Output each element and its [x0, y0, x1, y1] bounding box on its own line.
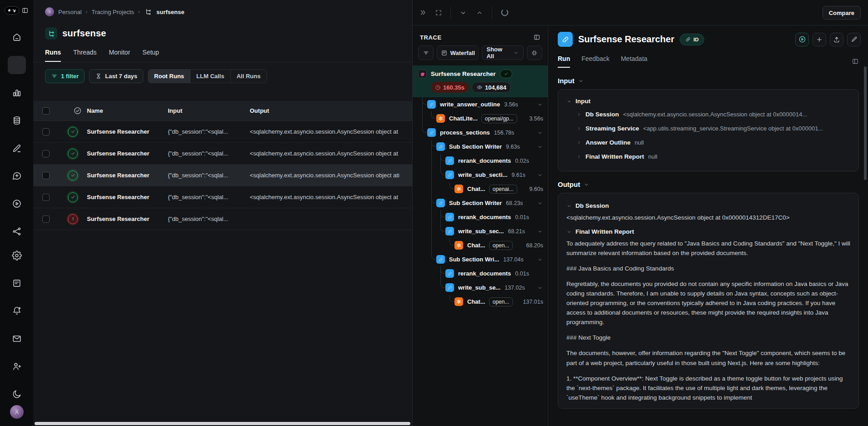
trace-node-sub-section-writer[interactable]: Sub Section Writer68.23s: [413, 196, 548, 210]
row-checkbox[interactable]: [42, 150, 50, 157]
table-row[interactable]: Surfsense Researcher{"db_session":"<sqla…: [33, 186, 412, 208]
trace-root-node[interactable]: Surfsense Researcher160.35s104,684: [413, 65, 548, 97]
table-row[interactable]: Surfsense Researcher{"db_session":"<sqla…: [33, 208, 412, 230]
chevron-down-icon[interactable]: [537, 130, 543, 136]
trace-node-sub-section-writer[interactable]: Sub Section Writer9.63s: [413, 140, 548, 154]
trace-root-success-badge: [500, 70, 512, 78]
output-group-final-written-report[interactable]: Final Written Report: [566, 228, 850, 235]
segment-all-runs[interactable]: All Runs: [231, 70, 267, 83]
chevron-down-icon[interactable]: [537, 200, 543, 206]
row-checkbox[interactable]: [42, 194, 50, 201]
next-run-icon[interactable]: [459, 9, 467, 17]
breadcrumb-personal[interactable]: Personal: [58, 9, 81, 15]
input-field-answer-outline[interactable]: Answer Outlinenull: [566, 135, 850, 150]
trace-node-write-sub-secti[interactable]: write_sub_secti...9.61s: [413, 168, 548, 182]
chevron-down-icon: [566, 203, 572, 209]
chevron-down-icon[interactable]: [537, 144, 543, 150]
trace-node-process-sections[interactable]: process_sections156.78s: [413, 125, 548, 140]
input-inner-toggle[interactable]: Input: [566, 96, 850, 107]
sidebar-item-share-network[interactable]: [8, 222, 26, 241]
segment-llm-calls[interactable]: LLM Calls: [191, 70, 231, 83]
trace-node-rerank-documents[interactable]: rerank_documents0.02s: [413, 154, 548, 168]
collapse-panel-icon[interactable]: [419, 9, 427, 16]
horizontal-scrollbar[interactable]: [35, 422, 410, 425]
run-id-badge[interactable]: ID: [680, 34, 704, 45]
output-group-db-session[interactable]: Db Session: [566, 202, 850, 209]
sidebar-item-home[interactable]: [8, 28, 26, 46]
sidebar-item-document[interactable]: [8, 274, 26, 292]
vertical-scrollbar[interactable]: [864, 66, 867, 180]
sidebar-item-message-plus[interactable]: [8, 167, 26, 185]
trace-node-sub-section-wri[interactable]: Sub Section Wri...137.04s: [413, 252, 548, 266]
trace-node-write-sub-se[interactable]: write_sub_se...137.02s: [413, 281, 548, 295]
chevron-down-icon[interactable]: [537, 256, 543, 263]
expand-fullscreen-icon[interactable]: [435, 9, 442, 16]
trace-node-duration: 0.01s: [515, 271, 529, 277]
sidebar-item-pencil[interactable]: [8, 139, 26, 157]
breadcrumb-project[interactable]: surfsense: [156, 9, 184, 15]
output-section-header[interactable]: Output: [549, 171, 868, 193]
tab-setup[interactable]: Setup: [142, 49, 159, 62]
detail-tab-run[interactable]: Run: [558, 55, 570, 68]
share-run-button[interactable]: [830, 33, 843, 46]
previous-run-icon[interactable]: [475, 9, 484, 17]
table-row[interactable]: Surfsense Researcher{"db_session":"<sqla…: [33, 121, 412, 143]
table-row[interactable]: Surfsense Researcher{"db_session":"<sqla…: [33, 165, 412, 186]
segment-root-runs[interactable]: Root Runs: [148, 70, 191, 83]
sidebar-item-moon[interactable]: [8, 385, 26, 403]
trace-node-chatlite[interactable]: ChatLite...openai/gp...3.56s: [413, 111, 548, 125]
trace-node-write-answer-outline[interactable]: write_answer_outline3.56s: [413, 97, 548, 111]
workspace-avatar[interactable]: [45, 7, 54, 16]
chevron-down-icon[interactable]: [537, 101, 543, 108]
date-range-chip[interactable]: Last 7 days: [89, 69, 143, 83]
annotate-button[interactable]: [847, 33, 861, 46]
tab-monitor[interactable]: Monitor: [109, 49, 130, 62]
breadcrumb-tracing-projects[interactable]: Tracing Projects: [91, 9, 134, 15]
detail-panel-toggle-icon[interactable]: [852, 58, 859, 65]
open-in-playground-button[interactable]: [795, 33, 809, 46]
tab-threads[interactable]: Threads: [73, 49, 96, 62]
trace-panel-toggle-icon[interactable]: [533, 34, 540, 41]
input-field-streaming-service[interactable]: Streaming Service<app.utils.streaming_se…: [566, 121, 850, 135]
left-icon-rail: [0, 0, 33, 426]
detail-tab-metadata[interactable]: Metadata: [621, 55, 647, 68]
user-avatar[interactable]: [10, 405, 24, 419]
row-checkbox[interactable]: [42, 216, 50, 223]
chevron-down-icon[interactable]: [537, 228, 543, 235]
sidebar-item-bar-chart[interactable]: [8, 84, 26, 102]
chevron-down-icon[interactable]: [537, 285, 543, 291]
sidebar-item-play-circle[interactable]: [8, 195, 26, 213]
sidebar-item-database[interactable]: [8, 111, 26, 130]
trace-filter-button[interactable]: [418, 45, 434, 60]
table-row[interactable]: Surfsense Researcher{"db_session":"<sqla…: [33, 143, 412, 165]
trace-node-chat[interactable]: Chat...open...137.01s: [413, 295, 548, 309]
select-all-checkbox[interactable]: [42, 107, 50, 115]
sidebar-item-user-plus[interactable]: [8, 357, 26, 376]
sidebar-item-trace-tree[interactable]: [8, 56, 26, 74]
run-title: Surfsense Researcher: [578, 34, 674, 45]
langsmith-logo[interactable]: [5, 6, 19, 15]
detail-tab-feedback[interactable]: Feedback: [581, 55, 609, 68]
input-section-header[interactable]: Input: [549, 68, 868, 89]
rail-panel-toggle-icon[interactable]: [21, 7, 29, 14]
sidebar-item-mail[interactable]: [8, 330, 26, 348]
trace-node-rerank-documents[interactable]: rerank_documents0.01s: [413, 210, 548, 224]
filter-chip[interactable]: 1 filter: [45, 69, 85, 83]
trace-node-chat[interactable]: Chat...openai...9.60s: [413, 182, 548, 196]
sidebar-item-bell-plus[interactable]: [8, 302, 26, 320]
sidebar-item-gear[interactable]: [8, 246, 26, 265]
compare-button[interactable]: Compare: [823, 6, 861, 20]
show-all-dropdown[interactable]: Show All: [482, 45, 523, 60]
waterfall-view-button[interactable]: Waterfall: [437, 45, 479, 60]
chevron-down-icon[interactable]: [537, 172, 543, 178]
input-field-db-session[interactable]: Db Session<sqlalchemy.ext.asyncio.sessio…: [566, 107, 850, 121]
row-checkbox[interactable]: [42, 172, 50, 179]
collapse-all-button[interactable]: [527, 45, 542, 60]
row-checkbox[interactable]: [42, 128, 50, 135]
tab-runs[interactable]: Runs: [45, 49, 61, 62]
add-to-dataset-button[interactable]: [812, 33, 826, 46]
input-field-final-written-report[interactable]: Final Written Reportnull: [566, 150, 850, 164]
trace-node-chat[interactable]: Chat...open...68.20s: [413, 238, 548, 252]
trace-node-write-sub-sec[interactable]: write_sub_sec...68.21s: [413, 224, 548, 238]
trace-node-rerank-documents[interactable]: rerank_documents0.01s: [413, 266, 548, 281]
